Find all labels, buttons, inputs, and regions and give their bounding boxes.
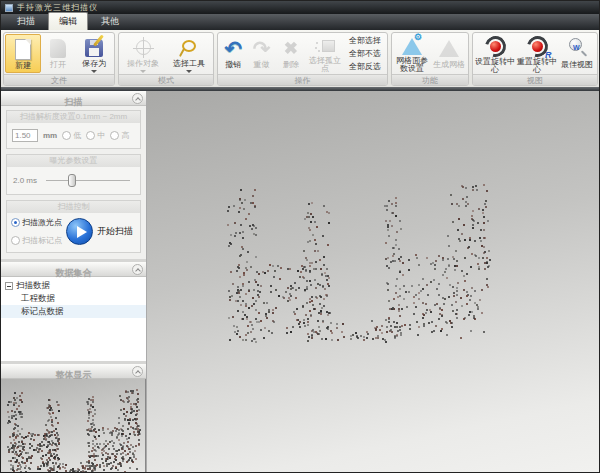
radio-laser-icon xyxy=(11,218,20,227)
exposure-value: 2.0 ms xyxy=(13,176,37,185)
exposure-group-title: 曝光参数设置 xyxy=(7,155,140,167)
ribbon-group-mode-label: 模式 xyxy=(119,74,213,85)
scan-control-group-title: 扫描控制 xyxy=(7,201,140,213)
start-scan-label: 开始扫描 xyxy=(97,225,133,238)
radio-low-icon xyxy=(62,131,71,140)
select-none-button[interactable]: 全部不选 xyxy=(346,47,384,60)
operation-target-button[interactable]: 操作对象 xyxy=(120,34,166,73)
ribbon: 新建 打开 保存为 文件 操作对象 选择工具 xyxy=(1,30,599,87)
reset-rotation-center-label: 重置旋转中心 xyxy=(516,58,558,74)
scan-laser-radio[interactable]: 扫描激光点 xyxy=(11,217,62,228)
mesh-triangle-icon: ⚙ xyxy=(402,38,422,55)
ribbon-group-function-label: 功能 xyxy=(392,74,468,85)
scan-marker-radio[interactable]: 扫描标记点 xyxy=(11,235,62,246)
overview-thumbnail[interactable] xyxy=(1,379,146,472)
tree-item-scan-data[interactable]: 扫描数据 xyxy=(1,279,146,292)
lasso-icon xyxy=(182,40,196,52)
ribbon-group-function: ⚙ 网格面参数设置 生成网格 功能 xyxy=(391,32,469,86)
tab-edit[interactable]: 编辑 xyxy=(48,12,88,30)
thumbnail-point-cloud xyxy=(7,389,139,472)
selection-text-buttons: 全部选择 全部不选 全部反选 xyxy=(344,34,386,73)
select-invert-button[interactable]: 全部反选 xyxy=(346,60,384,73)
operation-target-dropdown-icon[interactable] xyxy=(140,70,146,73)
scan-panel-collapse-icon[interactable] xyxy=(132,93,143,104)
delete-button[interactable]: ✖ 删除 xyxy=(276,34,306,73)
display-panel-collapse-icon[interactable] xyxy=(132,366,143,377)
resolution-radio-mid[interactable]: 中 xyxy=(86,130,105,141)
ribbon-group-mode: 操作对象 选择工具 模式 xyxy=(118,32,214,86)
select-tool-dropdown-icon[interactable] xyxy=(186,70,192,73)
overall-display-panel: 整体显示 xyxy=(1,364,146,472)
best-view-letter-icon: W xyxy=(573,44,580,51)
generate-mesh-icon xyxy=(439,40,459,57)
sidebar: 扫描 扫描解析度设置0.1mm ~ 2mm mm 低 中 高 xyxy=(1,91,147,472)
undo-button[interactable]: ↶ 撤销 xyxy=(219,34,247,73)
open-button-label: 打开 xyxy=(50,61,66,69)
reset-letter-icon: R xyxy=(545,50,552,60)
scan-panel-header: 扫描 xyxy=(1,91,146,106)
resolution-input[interactable] xyxy=(12,129,38,142)
gear-icon: ⚙ xyxy=(414,32,422,42)
tree-item-marker-data[interactable]: 标记点数据 xyxy=(1,305,146,318)
ribbon-group-file: 新建 打开 保存为 文件 xyxy=(3,32,115,86)
mesh-params-button[interactable]: ⚙ 网格面参数设置 xyxy=(393,34,431,73)
ribbon-group-operation-label: 操作 xyxy=(218,74,387,85)
set-rotation-center-icon xyxy=(485,36,506,57)
resolution-radio-high[interactable]: 高 xyxy=(110,130,129,141)
reset-rotation-center-icon: R xyxy=(527,36,548,57)
save-as-button[interactable]: 保存为 xyxy=(75,34,113,73)
scan-control-groupbox: 扫描控制 扫描激光点 扫描标记点 开始扫描 xyxy=(6,200,141,253)
save-as-dropdown-icon[interactable] xyxy=(91,70,97,73)
select-isolated-button[interactable]: 选择孤立点 xyxy=(306,34,344,73)
resolution-radio-low[interactable]: 低 xyxy=(62,130,81,141)
best-view-magnifier-icon: W xyxy=(567,38,587,58)
open-button[interactable]: 打开 xyxy=(41,34,75,73)
new-button[interactable]: 新建 xyxy=(5,34,41,73)
resolution-groupbox: 扫描解析度设置0.1mm ~ 2mm mm 低 中 高 xyxy=(6,110,141,149)
point-cloud xyxy=(227,183,489,341)
data-panel-collapse-icon[interactable] xyxy=(132,264,143,275)
scan-panel: 扫描 扫描解析度设置0.1mm ~ 2mm mm 低 中 高 xyxy=(1,91,146,259)
crosshair-icon xyxy=(136,40,151,55)
ribbon-group-operation: ↶ 撤销 ↷ 重做 ✖ 删除 选择孤立点 全部选择 全部不选 全部反选 操作 xyxy=(217,32,388,86)
data-collection-panel: 数据集合 扫描数据 工程数据 标记点数据 xyxy=(1,262,146,361)
generate-mesh-button[interactable]: 生成网格 xyxy=(431,34,467,73)
select-all-button[interactable]: 全部选择 xyxy=(346,34,384,47)
display-panel-header: 整体显示 xyxy=(1,364,146,379)
redo-icon: ↷ xyxy=(253,38,271,59)
open-file-icon xyxy=(50,39,66,58)
tree-item-label: 标记点数据 xyxy=(21,306,64,318)
exposure-slider[interactable] xyxy=(46,180,130,181)
delete-button-label: 删除 xyxy=(283,61,299,69)
generate-mesh-label: 生成网格 xyxy=(433,61,465,69)
best-view-label: 最佳视图 xyxy=(561,61,593,69)
redo-button[interactable]: ↷ 重做 xyxy=(247,34,275,73)
best-view-button[interactable]: W 最佳视图 xyxy=(558,34,596,73)
save-as-button-label: 保存为 xyxy=(82,60,106,68)
data-panel-title: 数据集合 xyxy=(56,268,92,278)
reset-rotation-center-button[interactable]: R 重置旋转中心 xyxy=(516,34,558,73)
set-rotation-center-button[interactable]: 设置旋转中心 xyxy=(474,34,516,73)
scan-panel-title: 扫描 xyxy=(65,97,83,107)
resolution-unit-label: mm xyxy=(43,131,57,140)
mesh-params-label: 网格面参数设置 xyxy=(393,57,431,73)
start-scan-play-button[interactable] xyxy=(66,218,93,245)
tree-item-label: 工程数据 xyxy=(21,293,55,305)
exposure-slider-thumb[interactable] xyxy=(68,174,76,187)
redo-button-label: 重做 xyxy=(254,61,270,69)
tree-collapse-icon[interactable] xyxy=(5,282,13,290)
viewport-3d[interactable] xyxy=(147,91,599,472)
delete-icon: ✖ xyxy=(284,38,298,59)
save-floppy-icon xyxy=(85,39,103,57)
undo-button-label: 撤销 xyxy=(225,61,241,69)
isolated-points-cube-icon xyxy=(322,40,335,52)
undo-icon: ↶ xyxy=(224,38,242,59)
select-tool-button[interactable]: 选择工具 xyxy=(166,34,212,73)
radio-mid-icon xyxy=(86,131,95,140)
tab-other[interactable]: 其他 xyxy=(91,13,129,30)
operation-target-label: 操作对象 xyxy=(127,60,159,68)
data-panel-header: 数据集合 xyxy=(1,262,146,277)
resolution-group-title: 扫描解析度设置0.1mm ~ 2mm xyxy=(7,111,140,123)
tree-item-project-data[interactable]: 工程数据 xyxy=(1,292,146,305)
tab-scan[interactable]: 扫描 xyxy=(7,13,45,30)
